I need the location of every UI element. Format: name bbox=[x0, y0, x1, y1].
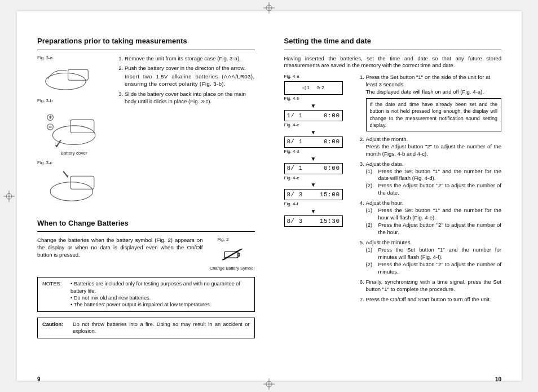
settime-intro: Having inserted the batteries, set the t… bbox=[284, 55, 502, 70]
battery-cover-caption: Battery cover bbox=[37, 151, 111, 157]
fig-4d-label: Fig. 4-d bbox=[284, 149, 351, 155]
fig-3b-image: + − bbox=[37, 105, 108, 149]
battery-symbol-icon bbox=[219, 246, 246, 262]
crop-mark-icon bbox=[263, 2, 275, 14]
fig-3c-image bbox=[37, 168, 108, 205]
crop-mark-icon bbox=[3, 191, 15, 202]
set-step-7: Press the On/Off and Start button to tur… bbox=[366, 296, 502, 303]
rule-3 bbox=[284, 50, 502, 50]
fig-3a-label: Fig. 3-a bbox=[37, 55, 111, 61]
caution-text: Do not throw batteries into a fire. Doin… bbox=[73, 321, 250, 335]
arrow-icon: ▼ bbox=[284, 103, 343, 109]
svg-line-12 bbox=[222, 249, 241, 260]
change-batt-text: Change the batteries when the battery sy… bbox=[37, 237, 203, 259]
lcd-4b: 1/ 10:00 bbox=[284, 110, 343, 121]
rule bbox=[37, 50, 255, 50]
settime-heading: Setting the time and date bbox=[284, 36, 502, 46]
set-step-2: Adjust the month. Press the Adjust butto… bbox=[366, 136, 502, 158]
fig-4a-box: ◁ 1 ⊙ 2 bbox=[284, 81, 343, 95]
fig-3c-label: Fig. 3-c bbox=[37, 160, 111, 166]
set-step-1: Press the Set button "1" on the side of … bbox=[366, 74, 502, 131]
set-step-4: Adjust the hour. (1)Press the Set button… bbox=[366, 200, 502, 236]
note-item: The batteries' power output is impaired … bbox=[70, 301, 250, 308]
fig-2: Fig. 2 Change Battery Symbol bbox=[210, 237, 255, 271]
note-item: Batteries are included only for testing … bbox=[70, 280, 250, 294]
prep-steps: Remove the unit from its storage case (F… bbox=[116, 55, 255, 208]
fig-2-label: Fig. 2 bbox=[218, 237, 255, 243]
fig-4e-label: Fig. 4-e bbox=[284, 175, 351, 182]
svg-text:−: − bbox=[49, 124, 52, 130]
settime-figures: Fig. 4-a ◁ 1 ⊙ 2 Fig. 4-b ▼ 1/ 10:00 Fig… bbox=[284, 74, 351, 306]
fig-4c-label: Fig. 4-c bbox=[284, 122, 351, 129]
prep-step-2: Push the battery cover in the directon o… bbox=[125, 65, 255, 88]
fig-3b-label: Fig. 3-b bbox=[37, 98, 111, 104]
page-number-left: 9 bbox=[37, 376, 41, 384]
svg-text:+: + bbox=[49, 114, 52, 120]
notes-list: Batteries are included only for testing … bbox=[70, 280, 250, 309]
info-box: If the date and time have already been s… bbox=[366, 98, 502, 131]
arrow-icon: ▼ bbox=[284, 156, 343, 162]
prep-step-3: Slide the battery cover back into place … bbox=[125, 91, 255, 105]
rule-2 bbox=[37, 231, 255, 232]
fig-3a-image bbox=[37, 62, 108, 95]
set-step-3: Adjust the date. (1)Press the Set button… bbox=[366, 161, 502, 197]
lcd-4e: 8/ 315:00 bbox=[284, 189, 343, 200]
note-item: Do not mix old and new batteries. bbox=[70, 294, 250, 301]
settime-steps: Press the Set button "1" on the side of … bbox=[358, 74, 502, 306]
page-number-right: 10 bbox=[495, 376, 501, 384]
set-step-5: Adjust the minutes. (1)Press the Set but… bbox=[366, 239, 502, 276]
arrow-icon: ▼ bbox=[284, 130, 343, 135]
fig-4a-label: Fig. 4-a bbox=[284, 74, 351, 80]
fig-2-caption: Change Battery Symbol bbox=[210, 266, 255, 271]
notes-box: NOTES: Batteries are included only for t… bbox=[37, 277, 255, 312]
crop-mark-icon bbox=[263, 378, 275, 390]
fig-4b-label: Fig. 4-b bbox=[284, 96, 351, 102]
caution-label: Caution: bbox=[42, 321, 69, 335]
prep-step-2-extra: Insert two 1.5V alkaline batteries (AAA/… bbox=[125, 73, 255, 88]
notes-label: NOTES: bbox=[42, 280, 67, 309]
caution-box: Caution: Do not throw batteries into a f… bbox=[37, 318, 255, 338]
lcd-4d: 8/ 10:00 bbox=[284, 163, 343, 174]
prep-step-1: Remove the unit from its storage case (F… bbox=[125, 55, 255, 63]
arrow-icon: ▼ bbox=[284, 209, 343, 214]
lcd-4c: 8/ 10:00 bbox=[284, 136, 343, 148]
prep-figures: Fig. 3-a Fig. 3-b + − bbox=[37, 55, 111, 208]
prep-heading: Preparations prior to taking measurement… bbox=[37, 36, 255, 46]
change-batt-heading: When to Change Batteries bbox=[37, 218, 255, 228]
svg-rect-11 bbox=[238, 253, 240, 256]
left-page: Preparations prior to taking measurement… bbox=[37, 36, 255, 369]
fig-4f-label: Fig. 4-f bbox=[284, 201, 351, 208]
lcd-4f: 8/ 315:30 bbox=[284, 215, 343, 227]
svg-point-0 bbox=[46, 73, 86, 90]
right-page: Setting the time and date Having inserte… bbox=[284, 36, 502, 369]
arrow-icon: ▼ bbox=[284, 182, 343, 188]
set-step-6: Finally, synchronizing with a time signa… bbox=[366, 279, 502, 293]
svg-point-8 bbox=[50, 182, 93, 201]
